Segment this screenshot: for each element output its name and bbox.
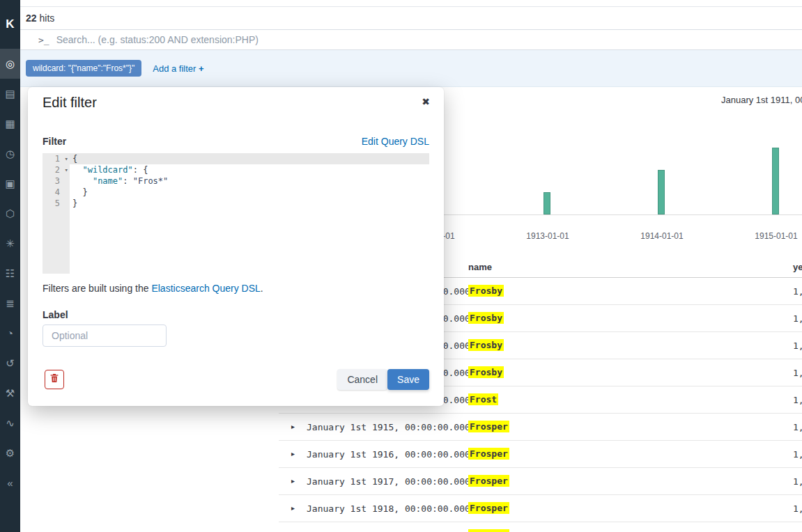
filter-bar: wildcard: "{"name":"Fros*"}" Add a filte… [20, 50, 802, 87]
label-section-heading: Label [43, 309, 68, 320]
code-line: } [70, 187, 429, 198]
delete-filter-button[interactable] [45, 370, 64, 389]
histogram-bar[interactable] [543, 192, 550, 214]
elasticsearch-query-dsl-link[interactable]: Elasticsearch Query DSL [151, 283, 260, 294]
sidebar-item-discover[interactable]: ◎ [0, 49, 20, 79]
sidebar-item-collapse-nav[interactable]: « [0, 468, 20, 498]
year-cell: 1,916 [793, 449, 802, 460]
sidebar-item-logs[interactable]: ≣ [0, 288, 20, 318]
x-axis-tick-label: 1914-01-01 [640, 231, 683, 241]
row-expand-icon[interactable]: ▸ [291, 423, 295, 430]
filter-pill-wildcard[interactable]: wildcard: "{"name":"Fros*"}" [26, 60, 141, 77]
name-highlight: Frosper [468, 421, 509, 432]
code-token: } [72, 187, 88, 197]
name-cell: Frosper [468, 503, 509, 513]
code-token: "wildcard" [82, 165, 132, 175]
sidebar-item-management[interactable]: ⚙ [0, 438, 20, 468]
name-cell: Frosby [468, 340, 504, 350]
trash-icon [49, 373, 59, 386]
column-header-name[interactable]: name [468, 262, 492, 272]
name-highlight: Frosper [468, 475, 509, 487]
name-highlight: Frost [468, 393, 498, 405]
hits-label: hits [40, 13, 55, 24]
name-cell: Frosby [468, 367, 504, 377]
line-number: 1▾ [43, 153, 70, 164]
year-cell: 1,915 [793, 422, 802, 432]
filter-label-input[interactable] [43, 324, 167, 347]
add-filter-button[interactable]: Add a filter + [153, 63, 203, 74]
sidebar-item-visualize[interactable]: ▤ [0, 79, 20, 109]
row-expand-icon[interactable]: ▸ [291, 450, 295, 457]
name-highlight: Frosby [468, 312, 504, 324]
code-token: "name" [93, 176, 123, 186]
row-expand-icon[interactable]: ▸ [291, 504, 295, 512]
infrastructure-icon: ☷ [6, 267, 15, 280]
kibana-logo[interactable]: K [0, 0, 20, 49]
sidebar-item-timelion[interactable]: ◷ [0, 139, 20, 169]
year-cell: 1,913 [793, 341, 802, 351]
help-suffix: . [261, 283, 263, 294]
table-row: ▸January 1st 1915, 00:00:00.000Frosper1,… [279, 414, 802, 441]
hits-bar: 22 hits [20, 7, 802, 29]
line-number: 5 [43, 198, 70, 209]
sidebar-item-canvas[interactable]: ▣ [0, 169, 20, 198]
code-fold-icon[interactable]: ▾ [65, 153, 68, 164]
monitoring-icon: ∿ [6, 417, 15, 430]
name-highlight: Frosper [468, 529, 509, 532]
timelion-icon: ◷ [6, 148, 15, 160]
code-token [72, 165, 82, 175]
modal-title: Edit filter [43, 95, 97, 111]
histogram-bar[interactable] [658, 170, 665, 214]
cancel-button[interactable]: Cancel [337, 369, 387, 390]
column-header-year[interactable]: year [793, 262, 802, 272]
hits-count: 22 [26, 13, 37, 24]
visualize-icon: ▤ [5, 88, 15, 100]
histogram-bar[interactable] [772, 148, 779, 214]
close-icon[interactable]: ✖ [422, 96, 430, 107]
table-row: ▸January 1st 1919, 00:00:00.000Frosper1,… [279, 522, 802, 532]
year-cell: 1,918 [793, 503, 802, 514]
sidebar-item-infrastructure[interactable]: ☷ [0, 258, 20, 288]
uptime-icon: ↺ [6, 357, 15, 370]
sidebar-item-monitoring[interactable]: ∿ [0, 408, 20, 438]
code-line: { [70, 153, 429, 164]
search-input[interactable] [56, 34, 802, 45]
name-cell: Frost [468, 394, 498, 405]
editor-code-area[interactable]: { "wildcard": { "name": "Fros*" }} [70, 153, 429, 274]
sidebar-item-apm[interactable]: ◔ [0, 318, 20, 348]
dashboard-icon: ▦ [5, 118, 15, 130]
edit-filter-modal: Edit filter ✖ Filter Edit Query DSL 1▾2▾… [28, 87, 444, 406]
x-axis-tick-label: 1913-01-01 [526, 231, 569, 241]
year-cell: 1,912 [793, 313, 802, 324]
line-number: 4 [43, 187, 70, 198]
line-number: 3 [43, 175, 70, 187]
sidebar-item-dashboard[interactable]: ▦ [0, 109, 20, 139]
sidebar-nav: ◎▤▦◷▣⬡✳☷≣◔↺⚒∿⚙« [0, 49, 20, 498]
query-dsl-editor[interactable]: 1▾2▾345 { "wildcard": { "name": "Fros*" … [43, 153, 429, 274]
app-nav-sidebar: K ◎▤▦◷▣⬡✳☷≣◔↺⚒∿⚙« [0, 0, 20, 532]
add-filter-label: Add a filter [153, 63, 196, 74]
code-line: } [70, 198, 429, 209]
name-cell: Frosby [468, 285, 504, 296]
sidebar-item-machine-learning[interactable]: ✳ [0, 228, 20, 258]
sidebar-item-dev-tools[interactable]: ⚒ [0, 378, 20, 408]
name-cell: Frosper [468, 421, 509, 432]
name-cell: Frosby [468, 313, 504, 323]
terminal-prompt-icon: >_ [38, 35, 49, 45]
editor-gutter: 1▾2▾345 [43, 153, 70, 274]
sidebar-item-uptime[interactable]: ↺ [0, 348, 20, 378]
filter-help-text: Filters are built using the Elasticsearc… [43, 283, 263, 294]
row-expand-icon[interactable]: ▸ [291, 477, 295, 485]
code-token: } [72, 198, 77, 208]
time-cell: January 1st 1918, 00:00:00.000 [307, 503, 470, 514]
edit-query-dsl-link[interactable]: Edit Query DSL [362, 136, 429, 147]
name-cell: Frosper [468, 476, 509, 486]
year-cell: 1,911 [793, 286, 802, 297]
name-highlight: Frosby [468, 366, 504, 378]
chart-range-label: January 1st 1911, 00: [721, 95, 802, 105]
canvas-icon: ▣ [5, 178, 15, 190]
code-fold-icon[interactable]: ▾ [65, 164, 68, 175]
save-button[interactable]: Save [387, 369, 429, 390]
sidebar-item-maps[interactable]: ⬡ [0, 198, 20, 228]
code-token: { [72, 154, 77, 164]
